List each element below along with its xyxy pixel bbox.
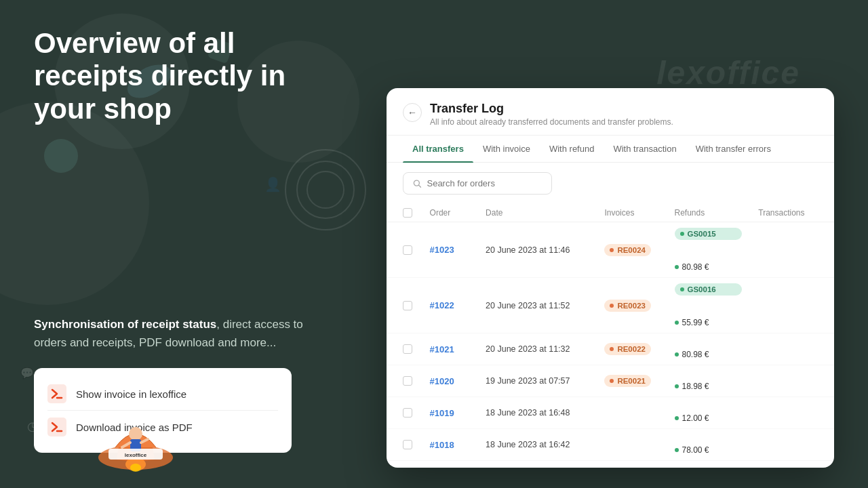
lexoffice-icon-2 [47, 418, 66, 436]
row-refunds [667, 333, 751, 344]
transaction-item: 80.98 € [675, 262, 743, 272]
tabs-bar: All transfers With invoice With refund W… [387, 136, 834, 163]
row-invoices: RE0024 [596, 222, 666, 278]
row-invoices [596, 461, 666, 468]
order-link[interactable]: #1018 [430, 440, 454, 450]
invoice-badge[interactable]: RE0022 [604, 343, 651, 355]
row-order: #1017 [422, 461, 478, 468]
header-transactions: Transactions [750, 204, 834, 222]
row-checkbox[interactable] [403, 344, 412, 354]
invoice-badge[interactable]: RE0023 [604, 300, 651, 312]
transaction-item: 12.00 € [675, 413, 743, 423]
row-transactions: 80.98 € [667, 257, 751, 277]
row-refunds [667, 365, 751, 376]
description-bold: Synchronisation of receipt status [34, 318, 216, 331]
row-invoices: RE0021 [596, 365, 666, 397]
transaction-item: 78.00 € [675, 445, 743, 455]
row-checkbox[interactable] [403, 301, 412, 310]
transfer-log-window: ← Transfer Log All info about already tr… [387, 88, 834, 468]
row-order: #1018 [422, 429, 478, 461]
row-date: 19 June 2023 at 07:57 [477, 365, 596, 397]
header-order: Order [422, 204, 478, 222]
row-refunds: GS0016 [667, 278, 751, 312]
svg-point-7 [130, 464, 141, 472]
rocket-illustration: lexoffice [68, 380, 203, 474]
row-date: 20 June 2023 at 11:52 [477, 278, 596, 333]
row-transactions: 78.00 € [667, 440, 751, 460]
invoice-badge[interactable]: RE0024 [604, 244, 651, 256]
row-transactions: 12.00 € [667, 408, 751, 428]
row-checkbox[interactable] [403, 245, 412, 255]
tab-with-refund[interactable]: With refund [540, 136, 604, 162]
order-link[interactable]: #1023 [430, 245, 454, 255]
row-order: #1020 [422, 365, 478, 397]
invoice-badge[interactable]: RE0021 [604, 375, 651, 387]
order-link[interactable]: #1019 [430, 408, 454, 418]
row-checkbox-cell [387, 429, 422, 461]
transaction-item: 18.98 € [675, 382, 743, 391]
search-icon [413, 179, 421, 188]
table-row: #101918 June 2023 at 16:4812.00 € [387, 397, 834, 429]
order-link[interactable]: #1021 [430, 344, 454, 354]
row-invoices: RE0023 [596, 278, 666, 333]
order-link[interactable]: #1022 [430, 300, 454, 310]
transaction-item: 80.98 € [675, 350, 743, 359]
order-link[interactable]: #1020 [430, 376, 454, 386]
table-row: #102120 June 2023 at 11:32RE002280.98 € [387, 333, 834, 365]
row-refunds [667, 461, 751, 468]
row-order: #1021 [422, 333, 478, 365]
row-invoices [596, 429, 666, 461]
row-date: 18 June 2023 at 16:42 [477, 429, 596, 461]
window-header: ← Transfer Log All info about already tr… [387, 88, 834, 136]
row-invoices [596, 397, 666, 429]
refund-badge[interactable]: GS0015 [675, 228, 743, 240]
left-panel: Overview of all receipts directly in you… [0, 0, 366, 488]
row-checkbox-cell [387, 222, 422, 278]
row-refunds: GS0015 [667, 222, 751, 257]
back-button[interactable]: ← [403, 103, 422, 122]
select-all-checkbox[interactable] [403, 208, 412, 218]
refund-badge[interactable]: GS0016 [675, 283, 743, 296]
description-text: Synchronisation of receipt status, direc… [34, 315, 332, 352]
row-checkbox-cell [387, 397, 422, 429]
tab-with-transaction[interactable]: With transaction [604, 136, 686, 162]
row-refunds [667, 397, 751, 408]
window-title-block: Transfer Log All info about already tran… [430, 102, 673, 127]
row-date: 18 June 2023 at 16:48 [477, 397, 596, 429]
row-order: #1019 [422, 397, 478, 429]
search-input[interactable] [427, 178, 542, 188]
tab-with-errors[interactable]: With transfer errors [686, 136, 781, 162]
orders-table-container: Order Date Invoices Refunds Transactions… [387, 204, 834, 468]
row-checkbox-cell [387, 365, 422, 397]
table-row: #102019 June 2023 at 07:57RE002118.98 € [387, 365, 834, 397]
row-refunds [667, 429, 751, 440]
header-checkbox [387, 204, 422, 222]
table-row: #101818 June 2023 at 16:4278.00 € [387, 429, 834, 461]
row-order: #1023 [422, 222, 478, 278]
window-subtitle: All info about already transferred docum… [430, 117, 673, 127]
row-transactions: 80.98 € [667, 344, 751, 365]
row-checkbox[interactable] [403, 440, 412, 449]
main-title: Overview of all receipts directly in you… [34, 27, 332, 125]
row-date: 20 June 2023 at 11:46 [477, 222, 596, 278]
svg-point-8 [129, 427, 142, 441]
svg-line-15 [418, 185, 420, 187]
transaction-item: 55.99 € [675, 318, 743, 327]
table-row: #102320 June 2023 at 11:46RE0024GS001580… [387, 222, 834, 278]
row-checkbox[interactable] [403, 376, 412, 386]
search-area [387, 163, 834, 204]
table-row: #101713 June 2023 at 14:4458.99 € [387, 461, 834, 468]
header-refunds: Refunds [667, 204, 751, 222]
window-title: Transfer Log [430, 102, 673, 116]
row-date: 20 June 2023 at 11:32 [477, 333, 596, 365]
table-row: #102220 June 2023 at 11:52RE0023GS001655… [387, 278, 834, 333]
row-transactions: 18.98 € [667, 376, 751, 396]
row-invoices: RE0022 [596, 333, 666, 365]
orders-table: Order Date Invoices Refunds Transactions… [387, 204, 834, 468]
search-box[interactable] [403, 172, 552, 195]
row-checkbox[interactable] [403, 408, 412, 418]
header-date: Date [477, 204, 596, 222]
tab-with-invoice[interactable]: With invoice [473, 136, 540, 162]
tab-all-transfers[interactable]: All transfers [403, 136, 473, 162]
row-checkbox-cell [387, 278, 422, 333]
